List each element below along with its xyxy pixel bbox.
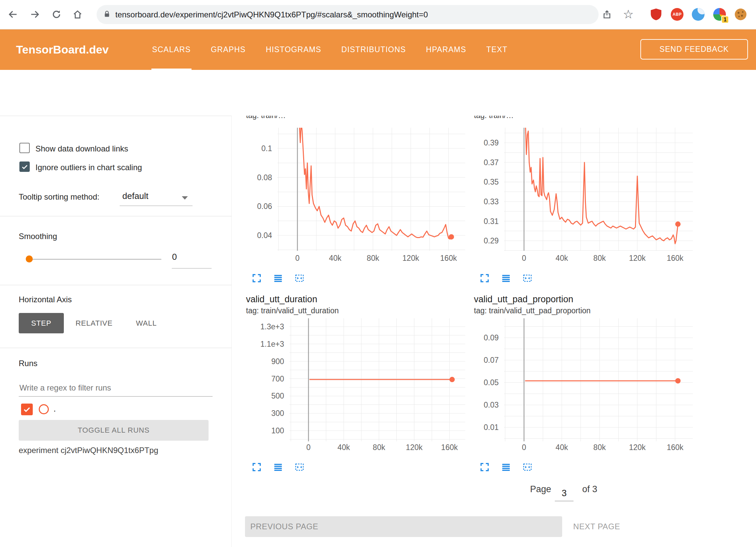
x-tick-label: 0 xyxy=(295,254,300,262)
fit-domain-icon[interactable] xyxy=(293,461,305,473)
extension-cookie-icon[interactable] xyxy=(734,8,747,21)
divider xyxy=(0,285,232,285)
chart-title: valid_utt_pad_proportion xyxy=(474,294,573,305)
divider xyxy=(0,348,232,348)
padlock-icon[interactable] xyxy=(103,10,111,19)
app-logo: TensorBoard.dev xyxy=(16,29,109,70)
y-axis-lines-icon[interactable] xyxy=(500,272,512,284)
smoothing-value[interactable]: 0 xyxy=(167,252,182,262)
expand-icon[interactable] xyxy=(479,272,491,284)
line-chart-plot: 0.290.310.330.350.370.39040k80k120k160k xyxy=(484,123,693,263)
main-nav: SCALARS GRAPHS HISTOGRAMS DISTRIBUTIONS … xyxy=(142,29,518,70)
y-tick-label: 500 xyxy=(271,392,284,400)
back-icon[interactable] xyxy=(3,5,23,24)
y-axis-lines-icon[interactable] xyxy=(500,461,512,473)
run-checkbox[interactable] xyxy=(21,404,33,415)
x-tick-label: 80k xyxy=(593,443,606,452)
select-underline xyxy=(120,206,193,206)
page-number-input[interactable] xyxy=(555,485,574,501)
fit-domain-icon[interactable] xyxy=(521,272,533,284)
chart-title: valid_utt_duration xyxy=(246,294,317,305)
y-tick-label: 0.03 xyxy=(484,401,499,409)
toggle-all-runs-button[interactable]: TOGGLE ALL RUNS xyxy=(19,420,209,441)
y-tick-label: 0.05 xyxy=(484,378,499,387)
fit-domain-icon[interactable] xyxy=(521,461,533,473)
home-icon[interactable] xyxy=(68,5,87,24)
run-filter-input[interactable] xyxy=(19,379,213,397)
run-series-line xyxy=(525,123,678,244)
line-chart-plot: 0.040.060.080.1040k80k120k160k xyxy=(257,116,465,262)
settings-sidebar: Show data download links Ignore outliers… xyxy=(0,116,232,547)
y-tick-label: 0.35 xyxy=(484,178,499,186)
expand-icon[interactable] xyxy=(251,272,263,284)
x-tick-label: 40k xyxy=(329,254,342,262)
expand-icon[interactable] xyxy=(479,461,491,473)
y-tick-label: 0.09 xyxy=(484,333,499,342)
fit-domain-icon[interactable] xyxy=(293,272,305,284)
experiment-subheader: Crea LSTM transducer training for LibriS… xyxy=(0,70,756,116)
tooltip-sorting-label: Tooltip sorting method: xyxy=(19,192,99,202)
axis-relative-button[interactable]: RELATIVE xyxy=(71,313,117,333)
x-tick-label: 120k xyxy=(402,254,419,262)
tab-scalars[interactable]: SCALARS xyxy=(142,29,201,70)
last-point-marker xyxy=(449,234,454,239)
tab-graphs[interactable]: GRAPHS xyxy=(201,29,256,70)
previous-page-button[interactable]: PREVIOUS PAGE xyxy=(245,516,562,537)
forward-icon[interactable] xyxy=(25,5,44,24)
y-tick-label: 0.33 xyxy=(484,197,499,206)
x-tick-label: 80k xyxy=(367,254,379,262)
tab-hparams[interactable]: HPARAMS xyxy=(416,29,476,70)
tab-distributions[interactable]: DISTRIBUTIONS xyxy=(331,29,416,70)
axis-wall-button[interactable]: WALL xyxy=(130,313,163,333)
y-tick-label: 300 xyxy=(271,409,284,418)
ignore-outliers-checkbox[interactable] xyxy=(19,161,30,172)
check-icon xyxy=(22,405,31,414)
check-icon xyxy=(21,163,29,171)
chart-tag: tag: train/valid_utt_pad_proportion xyxy=(474,306,591,315)
extension-shield-icon[interactable] xyxy=(650,8,662,21)
chevron-down-icon[interactable] xyxy=(182,196,188,200)
y-tick-label: 0.07 xyxy=(484,356,499,364)
extension-abp-icon[interactable]: ABP xyxy=(671,8,683,21)
send-feedback-button[interactable]: SEND FEEDBACK xyxy=(640,39,748,60)
tab-histograms[interactable]: HISTOGRAMS xyxy=(256,29,331,70)
smoothing-slider-knob[interactable] xyxy=(26,255,33,262)
chart-toolbar xyxy=(479,272,533,284)
show-download-links-checkbox[interactable] xyxy=(19,143,30,153)
run-color-radio[interactable] xyxy=(39,404,49,414)
chart-toolbar xyxy=(251,461,305,473)
smoothing-underline xyxy=(172,268,212,268)
y-tick-label: 0.06 xyxy=(257,202,272,211)
x-tick-label: 120k xyxy=(629,254,646,262)
app-header: TensorBoard.dev SCALARS GRAPHS HISTOGRAM… xyxy=(0,29,756,70)
y-tick-label: 900 xyxy=(271,357,284,366)
bookmark-star-icon[interactable]: ☆ xyxy=(619,5,638,24)
runs-label: Runs xyxy=(19,359,37,368)
x-tick-label: 80k xyxy=(373,443,385,452)
chart-tag-clipped: tag: train/… xyxy=(246,116,286,120)
share-icon[interactable] xyxy=(597,5,617,24)
extension-blue-icon[interactable] xyxy=(692,8,705,21)
x-tick-label: 120k xyxy=(629,443,646,452)
reload-icon[interactable] xyxy=(47,5,66,24)
x-tick-label: 40k xyxy=(555,254,568,262)
axis-step-button[interactable]: STEP xyxy=(19,313,64,333)
x-tick-label: 160k xyxy=(667,254,683,262)
chart-tag: tag: train/valid_utt_duration xyxy=(246,306,339,315)
page-label: Page xyxy=(530,484,551,495)
y-axis-lines-icon[interactable] xyxy=(272,272,284,284)
chart-toolbar xyxy=(479,461,533,473)
expand-icon[interactable] xyxy=(251,461,263,473)
y-tick-label: 1.3e+3 xyxy=(260,322,284,331)
next-page-button[interactable]: NEXT PAGE xyxy=(568,516,661,537)
address-bar[interactable]: tensorboard.dev/experiment/cj2vtPiwQHKN9… xyxy=(97,5,599,24)
abp-label: ABP xyxy=(671,8,683,21)
y-tick-label: 0.01 xyxy=(484,423,499,432)
smoothing-slider-track[interactable] xyxy=(27,259,161,260)
show-download-links-label: Show data download links xyxy=(35,144,128,153)
x-tick-label: 40k xyxy=(555,443,568,452)
extension-avatar-icon[interactable]: 1 xyxy=(713,8,726,21)
tab-text[interactable]: TEXT xyxy=(476,29,518,70)
tooltip-sorting-select[interactable]: default xyxy=(122,191,148,201)
y-axis-lines-icon[interactable] xyxy=(272,461,284,473)
